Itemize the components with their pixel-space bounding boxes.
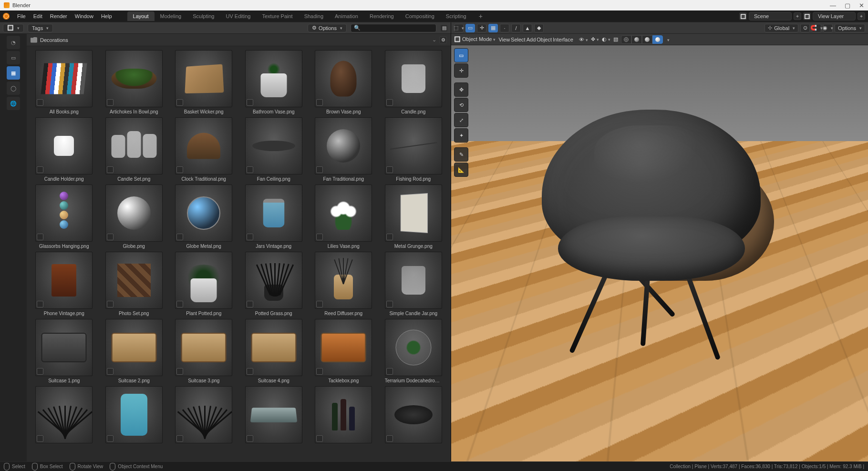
asset-thumbnail[interactable] bbox=[175, 252, 232, 309]
sidebar-library-icon[interactable]: ◔ bbox=[7, 36, 20, 49]
workspace-tab-layout[interactable]: Layout bbox=[127, 11, 155, 21]
snap-toggle-icon[interactable]: 🧲 bbox=[812, 24, 821, 32]
asset-thumbnail[interactable] bbox=[315, 117, 372, 174]
asset-item[interactable]: Bathroom Vase.png bbox=[240, 50, 308, 114]
workspace-tab-animation[interactable]: Animation bbox=[329, 11, 364, 21]
select-tool-active-icon[interactable]: ▭ bbox=[465, 24, 475, 32]
asset-thumbnail[interactable] bbox=[175, 319, 232, 376]
snap-vertex-icon[interactable]: · bbox=[500, 24, 509, 32]
asset-filter-button[interactable]: ▤ bbox=[440, 24, 448, 32]
orientation-dropdown[interactable]: ⊹ Global bbox=[765, 24, 798, 32]
asset-item[interactable]: Clock Traditional.png bbox=[170, 117, 238, 182]
select-box-tool[interactable]: ▭ bbox=[454, 48, 468, 62]
sidebar-grid-icon[interactable]: ▦ bbox=[7, 66, 20, 80]
asset-item[interactable]: Fan Traditional.png bbox=[310, 117, 377, 182]
asset-search-input[interactable]: 🔍 bbox=[351, 24, 436, 32]
asset-thumbnail[interactable] bbox=[105, 252, 163, 309]
asset-thumbnail[interactable] bbox=[315, 319, 372, 376]
3d-viewport[interactable]: ▭ ✛ ✥ ⟲ ⤢ ✦ ✎ 📐 bbox=[451, 45, 868, 461]
asset-grid[interactable]: All Books.pngArtichokes In Bowl.pngBaske… bbox=[27, 46, 451, 461]
scale-tool[interactable]: ⤢ bbox=[454, 113, 468, 127]
viewport-options-dropdown[interactable]: Options bbox=[835, 24, 865, 32]
asset-thumbnail[interactable] bbox=[245, 184, 302, 242]
asset-item[interactable]: Simple Candle Jar.png bbox=[380, 252, 447, 316]
asset-item[interactable]: Potted Grass.png bbox=[240, 252, 308, 316]
asset-thumbnail[interactable] bbox=[245, 50, 302, 107]
asset-item[interactable] bbox=[310, 386, 377, 445]
snap-volume-icon[interactable]: ◆ bbox=[534, 24, 544, 32]
gizmo-visibility-icon[interactable]: ✥ bbox=[591, 36, 599, 42]
window-maximize-button[interactable]: ▢ bbox=[845, 2, 850, 9]
mode-dropdown[interactable]: 🔳 Object Mode bbox=[454, 36, 496, 42]
asset-item[interactable]: Glassorbs Hanging.png bbox=[31, 184, 98, 249]
asset-item[interactable]: Candle Set.png bbox=[101, 117, 168, 182]
asset-thumbnail[interactable] bbox=[315, 50, 372, 107]
shading-rendered-button[interactable] bbox=[652, 35, 663, 44]
asset-item[interactable] bbox=[170, 386, 238, 445]
asset-item[interactable]: Suitcase 2.png bbox=[101, 319, 168, 383]
shading-solid-button[interactable] bbox=[631, 35, 642, 44]
asset-thumbnail[interactable] bbox=[105, 117, 163, 174]
asset-item[interactable]: Globe.png bbox=[101, 184, 168, 249]
asset-thumbnail[interactable] bbox=[35, 117, 93, 174]
asset-thumbnail[interactable] bbox=[245, 117, 302, 174]
asset-item[interactable]: Suitcase 4.png bbox=[240, 319, 308, 383]
overlays-visibility-icon[interactable]: 👁 bbox=[579, 37, 588, 42]
menu-file[interactable]: File bbox=[13, 12, 30, 20]
menu-edit[interactable]: Edit bbox=[30, 12, 46, 20]
asset-item[interactable]: Lilies Vase.png bbox=[310, 184, 377, 249]
sidebar-world-icon[interactable]: 🌐 bbox=[7, 97, 20, 110]
menu-help[interactable]: Help bbox=[97, 12, 116, 20]
asset-item[interactable]: Basket Wicker.png bbox=[170, 50, 238, 114]
proportional-edit-icon[interactable]: ◉ bbox=[823, 24, 833, 32]
editor-type-viewport-button[interactable]: ⬚ bbox=[454, 24, 464, 32]
snap-face-icon[interactable]: ▲ bbox=[523, 24, 532, 32]
workspace-tab-texture-paint[interactable]: Texture Paint bbox=[256, 11, 298, 21]
asset-item[interactable]: Tacklebox.png bbox=[310, 319, 377, 383]
viewport-menu-interface[interactable]: Interface bbox=[553, 37, 573, 42]
viewlayer-browse-icon[interactable]: 🔳 bbox=[803, 12, 811, 20]
workspace-tab-modeling[interactable]: Modeling bbox=[155, 11, 187, 21]
asset-thumbnail[interactable] bbox=[105, 386, 163, 443]
asset-thumbnail[interactable] bbox=[385, 386, 442, 443]
asset-thumbnail[interactable] bbox=[175, 184, 232, 242]
measure-tool[interactable]: 📐 bbox=[454, 163, 468, 177]
rotate-tool[interactable]: ⟲ bbox=[454, 98, 468, 112]
asset-options-dropdown[interactable]: ⚙ Options bbox=[308, 24, 347, 32]
asset-thumbnail[interactable] bbox=[385, 50, 442, 107]
pivot-point-icon[interactable]: ⊙ bbox=[800, 24, 810, 32]
xray-toggle-icon[interactable]: ▧ bbox=[613, 36, 618, 42]
asset-item[interactable]: Photo Set.png bbox=[101, 252, 168, 316]
snap-edge-icon[interactable]: / bbox=[511, 24, 521, 32]
asset-item[interactable]: Suitcase 3.png bbox=[170, 319, 238, 383]
asset-thumbnail[interactable] bbox=[105, 184, 163, 242]
cursor-tool[interactable]: ✛ bbox=[454, 63, 468, 78]
asset-item[interactable] bbox=[101, 386, 168, 445]
asset-thumbnail[interactable] bbox=[385, 319, 442, 376]
asset-item[interactable]: Brown Vase.png bbox=[310, 50, 377, 114]
workspace-tab-rendering[interactable]: Rendering bbox=[364, 11, 400, 21]
menu-render[interactable]: Render bbox=[46, 12, 71, 20]
asset-item[interactable]: Fan Ceiling.png bbox=[240, 117, 308, 182]
asset-item[interactable]: Candle Holder.png bbox=[31, 117, 98, 182]
viewlayer-name-field[interactable]: View Layer bbox=[813, 12, 856, 20]
shading-options-icon[interactable] bbox=[666, 37, 670, 42]
window-close-button[interactable]: ✕ bbox=[859, 2, 864, 9]
asset-item[interactable]: Artichokes In Bowl.png bbox=[101, 50, 168, 114]
asset-item[interactable]: Globe Metal.png bbox=[170, 184, 238, 249]
asset-thumbnail[interactable] bbox=[385, 252, 442, 309]
asset-thumbnail[interactable] bbox=[385, 184, 442, 242]
asset-item[interactable]: Reed Diffuser.png bbox=[310, 252, 377, 316]
asset-thumbnail[interactable] bbox=[105, 319, 163, 376]
asset-thumbnail[interactable] bbox=[35, 252, 93, 309]
workspace-tab-compositing[interactable]: Compositing bbox=[400, 11, 440, 21]
asset-thumbnail[interactable] bbox=[245, 386, 302, 443]
asset-thumbnail[interactable] bbox=[175, 117, 232, 174]
scene-name-field[interactable]: Scene bbox=[749, 12, 792, 20]
overlay-dropdown-icon[interactable]: ◐ bbox=[602, 36, 610, 42]
tags-filter-dropdown[interactable]: Tags bbox=[28, 24, 53, 32]
viewport-menu-object[interactable]: Object bbox=[537, 37, 552, 42]
asset-item[interactable]: All Books.png bbox=[31, 50, 98, 114]
path-collapse-icon[interactable]: ⌄ bbox=[432, 37, 436, 43]
asset-item[interactable] bbox=[380, 386, 447, 445]
